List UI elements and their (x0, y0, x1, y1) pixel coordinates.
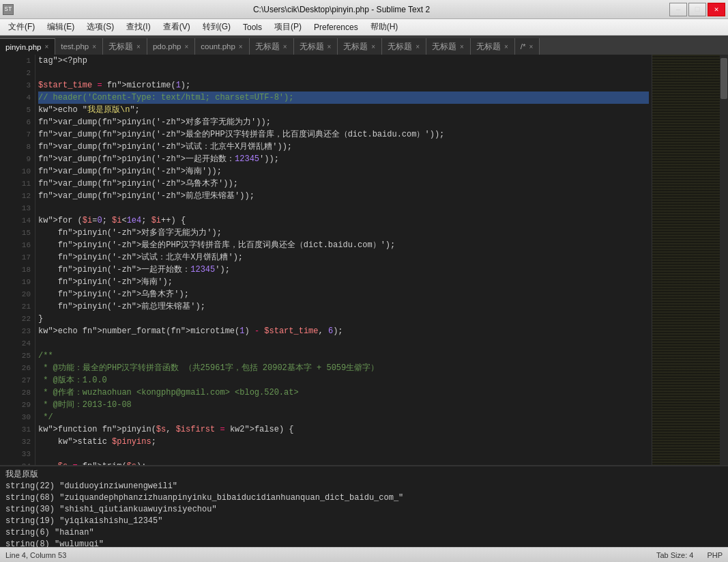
code-line-12: fn">var_dump(fn">pinyin('-zh">前总理朱镕基')); (38, 190, 649, 202)
tabs-bar: pinyin.php×test.php×无标题×pdo.php×count.ph… (0, 36, 728, 55)
tab-label-2: 无标题 (108, 42, 133, 52)
line-number-25: 25 (10, 350, 35, 362)
code-line-33 (38, 448, 649, 460)
app-icon: ST (3, 4, 14, 15)
tab-close-7[interactable]: × (370, 43, 376, 51)
code-line-8: fn">var_dump(fn">pinyin('-zh">试试：北京牛X月饼乱… (38, 141, 649, 153)
line-number-12: 12 (10, 190, 35, 202)
status-position: Line 4, Column 53 (5, 551, 66, 559)
tab-close-2[interactable]: × (136, 43, 141, 51)
tab-close-0[interactable]: × (44, 43, 49, 51)
maximize-button[interactable]: □ (688, 3, 706, 16)
tab-8[interactable]: 无标题× (382, 38, 426, 55)
vertical-scrollbar[interactable] (720, 55, 728, 465)
menu-item-view[interactable]: 查看(V) (158, 20, 196, 35)
menu-item-preferences[interactable]: Preferences (308, 20, 364, 35)
code-line-7: fn">var_dump(fn">pinyin('-zh">最全的PHP汉字转拼… (38, 128, 649, 141)
close-button[interactable]: ✕ (708, 3, 725, 16)
line-number-32: 32 (10, 436, 35, 448)
code-line-16: fn">pinyin('-zh">最全的PHP汉字转拼音库，比百度词典还全（di… (38, 239, 649, 251)
minimap (652, 55, 720, 465)
title-bar-left: ST (3, 4, 14, 15)
tab-close-6[interactable]: × (327, 43, 332, 51)
tab-close-3[interactable]: × (184, 43, 189, 51)
editor-main-area: 1234567891011121314151617181920212223242… (0, 55, 728, 465)
menu-item-file[interactable]: 文件(F) (3, 20, 40, 35)
menu-item-selection[interactable]: 选项(S) (81, 20, 119, 35)
tab-close-5[interactable]: × (282, 43, 288, 51)
tab-label-7: 无标题 (343, 42, 368, 52)
line-number-15: 15 (10, 227, 35, 239)
tab-close-9[interactable]: × (459, 43, 465, 51)
line-number-28: 28 (10, 387, 35, 399)
tab-label-5: 无标题 (255, 42, 280, 52)
tab-10[interactable]: 无标题× (471, 38, 515, 55)
code-line-15: fn">pinyin('-zh">对多音字无能为力'); (38, 227, 649, 239)
output-line-6: string(8) "wulumuqi" (5, 539, 723, 547)
tab-5[interactable]: 无标题× (250, 38, 294, 55)
tab-size-label[interactable]: Tab Size: 4 (656, 551, 693, 559)
minimize-button[interactable]: — (669, 3, 687, 16)
code-line-4: // header('Content-Type: text/html; char… (38, 92, 649, 104)
tab-close-4[interactable]: × (238, 43, 244, 51)
scrollbar-thumb[interactable] (720, 58, 727, 99)
tab-label-1: test.php (61, 42, 89, 51)
line-number-27: 27 (10, 374, 35, 387)
line-number-21: 21 (10, 300, 35, 313)
code-line-32: kw">static $pinyins; (38, 436, 649, 448)
line-number-24: 24 (10, 337, 35, 350)
tab-3[interactable]: pdo.php× (147, 38, 195, 55)
window-title: C:\Users\cik\Desktop\pinyin.php - Sublim… (14, 5, 669, 14)
line-numbers: 1234567891011121314151617181920212223242… (10, 55, 35, 465)
tab-label-3: pdo.php (153, 42, 181, 51)
code-line-20: fn">pinyin('-zh">乌鲁木齐'); (38, 288, 649, 300)
menu-item-help[interactable]: 帮助(H) (365, 20, 404, 35)
tab-close-1[interactable]: × (91, 43, 97, 51)
code-line-28: * @作者：wuzhaohuan <kongphp@gmail.com> <bl… (38, 387, 649, 399)
line-number-2: 2 (10, 67, 35, 79)
code-line-6: fn">var_dump(fn">pinyin('-zh">对多音字无能为力')… (38, 116, 649, 128)
code-line-23: kw">echo fn">number_format(fn">microtime… (38, 325, 649, 337)
status-bar: Line 4, Column 53 Tab Size: 4 PHP (0, 547, 728, 562)
tab-label-0: pinyin.php (5, 43, 41, 51)
tab-label-4: count.php (201, 42, 235, 51)
tab-label-6: 无标题 (300, 42, 324, 52)
code-line-14: kw">for ($i=0; $i<1e4; $i++) { (38, 214, 649, 227)
tab-6[interactable]: 无标题× (294, 38, 338, 55)
menu-item-find[interactable]: 查找(I) (121, 20, 156, 35)
menu-item-tools[interactable]: Tools (237, 20, 267, 35)
tab-4[interactable]: count.php× (195, 38, 249, 55)
tab-11[interactable]: /*× (515, 38, 540, 55)
menu-item-edit[interactable]: 编辑(E) (42, 20, 80, 35)
code-line-27: * @版本：1.0.0 (38, 374, 649, 387)
line-number-18: 18 (10, 264, 35, 276)
code-line-24 (38, 337, 649, 350)
output-panel: 我是原版string(22) "duiduoyinziwunengweili"s… (0, 465, 728, 547)
line-number-3: 3 (10, 79, 35, 92)
line-number-11: 11 (10, 178, 35, 190)
tab-close-11[interactable]: × (528, 43, 534, 51)
menu-item-project[interactable]: 项目(P) (269, 20, 307, 35)
tab-1[interactable]: test.php× (55, 38, 103, 55)
syntax-label[interactable]: PHP (707, 551, 723, 559)
output-line-3: string(30) "shishi_qiutiankuawuyinsiyech… (5, 504, 723, 516)
tab-7[interactable]: 无标题× (338, 38, 382, 55)
tab-0[interactable]: pinyin.php× (0, 38, 55, 55)
code-line-1: tag"><?php (38, 55, 649, 67)
code-editor[interactable]: tag"><?php$start_time = fn">microtime(1)… (35, 55, 652, 465)
tab-label-11: /* (521, 42, 526, 51)
output-line-5: string(6) "hainan" (5, 527, 723, 539)
tab-close-8[interactable]: × (415, 43, 420, 51)
tab-label-9: 无标题 (432, 42, 456, 52)
tab-2[interactable]: 无标题× (103, 38, 147, 55)
line-number-4: 4 (10, 92, 35, 104)
menu-item-goto[interactable]: 转到(G) (197, 20, 236, 35)
line-number-13: 13 (10, 202, 35, 214)
tab-9[interactable]: 无标题× (426, 38, 471, 55)
tab-close-10[interactable]: × (504, 43, 509, 51)
title-bar: ST C:\Users\cik\Desktop\pinyin.php - Sub… (0, 0, 728, 19)
output-line-0: 我是原版 (5, 469, 723, 481)
line-number-29: 29 (10, 399, 35, 411)
gutter (0, 55, 10, 465)
line-number-31: 31 (10, 423, 35, 436)
